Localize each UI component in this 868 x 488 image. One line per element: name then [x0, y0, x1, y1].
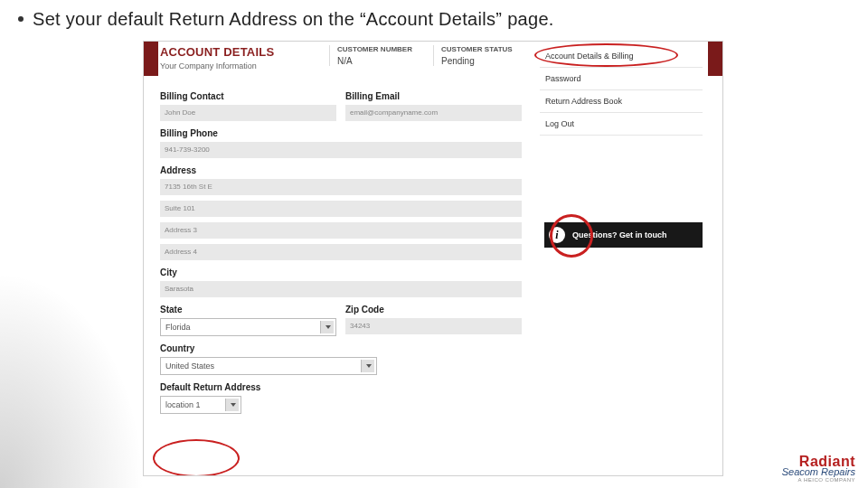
address4-input[interactable]: Address 4: [160, 244, 522, 260]
form-area: Billing Contact John Doe Billing Email e…: [160, 91, 522, 421]
red-bar-left: [144, 42, 158, 76]
chevron-down-icon: [231, 403, 236, 407]
chevron-down-icon: [366, 364, 372, 368]
bullet-dot: [18, 16, 24, 22]
nav-log-out[interactable]: Log Out: [540, 113, 703, 136]
highlight-oval-nav: [534, 43, 678, 67]
zip-input[interactable]: 34243: [345, 318, 522, 334]
red-bar-right: [708, 42, 722, 76]
logo-line2: Seacom Repairs: [782, 467, 855, 477]
highlight-oval-default-return: [153, 439, 240, 476]
address3-input[interactable]: Address 3: [160, 222, 522, 239]
address1-input[interactable]: 7135 16th St E: [160, 179, 522, 195]
address-label: Address: [160, 165, 522, 175]
billing-contact-label: Billing Contact: [160, 91, 336, 101]
highlight-oval-info: [550, 214, 593, 258]
customer-number-box: CUSTOMER NUMBER N/A: [329, 45, 432, 66]
country-label: Country: [160, 343, 522, 353]
billing-phone-label: Billing Phone: [160, 128, 522, 138]
page-subtitle: Your Company Information: [160, 61, 274, 70]
billing-email-label: Billing Email: [345, 91, 522, 101]
default-return-select[interactable]: location 1: [160, 396, 241, 414]
state-value: Florida: [165, 323, 191, 332]
city-label: City: [160, 267, 522, 277]
page-title: ACCOUNT DETAILS: [160, 45, 274, 59]
customer-status-label: CUSTOMER STATUS: [441, 45, 536, 53]
billing-phone-input[interactable]: 941-739-3200: [160, 142, 522, 158]
instruction-text: Set your default Return Address on the “…: [33, 9, 554, 29]
customer-status-value: Pending: [441, 56, 536, 66]
billing-contact-input[interactable]: John Doe: [160, 105, 336, 121]
background-fade: [0, 271, 145, 488]
state-label: State: [160, 305, 336, 314]
billing-email-input[interactable]: email@companyname.com: [345, 105, 522, 121]
header-left: ACCOUNT DETAILS Your Company Information: [160, 45, 274, 70]
chevron-down-icon: [326, 325, 331, 329]
address2-input[interactable]: Suite 101: [160, 201, 522, 217]
state-select[interactable]: Florida: [160, 318, 336, 336]
city-input[interactable]: Sarasota: [160, 281, 522, 297]
default-return-value: location 1: [165, 400, 201, 409]
instruction-bullet: Set your default Return Address on the “…: [18, 9, 554, 30]
brand-logo: Radiant Seacom Repairs A HEICO COMPANY: [782, 455, 855, 483]
screenshot-frame: ACCOUNT DETAILS Your Company Information…: [143, 41, 723, 476]
logo-line3: A HEICO COMPANY: [782, 477, 855, 483]
country-value: United States: [165, 361, 214, 371]
customer-number-value: N/A: [337, 56, 432, 66]
zip-label: Zip Code: [345, 305, 522, 314]
nav-return-address-book[interactable]: Return Address Book: [540, 90, 703, 113]
country-select[interactable]: United States: [160, 357, 377, 375]
customer-status-box: CUSTOMER STATUS Pending: [433, 45, 536, 66]
nav-password[interactable]: Password: [540, 68, 703, 90]
default-return-label: Default Return Address: [160, 382, 522, 392]
customer-number-label: CUSTOMER NUMBER: [337, 45, 432, 53]
